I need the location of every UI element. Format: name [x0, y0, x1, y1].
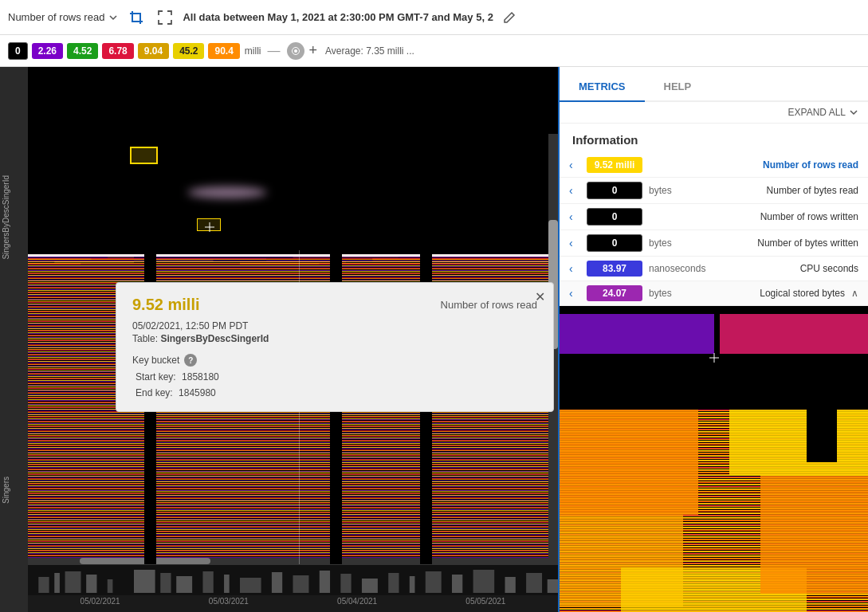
svg-rect-41: [240, 578, 261, 593]
tooltip-close-btn[interactable]: ✕: [535, 289, 545, 304]
svg-rect-36: [134, 570, 155, 593]
svg-point-0: [294, 49, 297, 53]
svg-marker-55: [560, 370, 846, 410]
y-axis: SingersByDescSingerId Singers: [0, 67, 28, 612]
legend-settings-icon[interactable]: [287, 42, 304, 60]
legend-chip: 45.2: [173, 43, 204, 59]
logical-unit: bytes: [649, 288, 697, 299]
metric-value-badge-4: 83.97: [587, 261, 642, 277]
metric-row: ‹83.97nanosecondsCPU seconds: [560, 257, 868, 281]
orange-block-3: [760, 476, 868, 594]
tooltip-popup: ✕ 9.52 milli Number of rows read 05/02/2…: [116, 282, 554, 412]
svg-rect-42: [272, 572, 282, 593]
svg-rect-34: [86, 575, 96, 593]
metric-chevron-1[interactable]: ‹: [569, 184, 580, 197]
blur-indicator: [187, 186, 267, 198]
legend-chip: 4.52: [67, 43, 98, 59]
svg-rect-31: [38, 577, 49, 593]
tooltip-table: Table: SingersByDescSingerId: [132, 333, 537, 344]
logical-value-badge: 24.07: [587, 285, 642, 301]
metric-chevron-0[interactable]: ‹: [569, 159, 580, 171]
right-chart-bottom: [560, 410, 868, 612]
svg-rect-33: [65, 571, 81, 593]
metric-row: ‹0bytesNumber of bytes written: [560, 230, 868, 257]
chevron-down-icon: [849, 108, 858, 117]
color-legend: 02.264.526.789.0445.290.4milli — + Avera…: [0, 35, 868, 67]
metric-chevron-4[interactable]: ‹: [569, 262, 580, 275]
expand-tool-btn[interactable]: [154, 6, 176, 29]
svg-rect-37: [160, 573, 171, 593]
right-crosshair: [709, 353, 719, 363]
right-toolbar: EXPAND ALL: [560, 102, 868, 124]
expand-icon: [158, 10, 172, 25]
legend-plus-btn[interactable]: +: [309, 42, 318, 59]
metric-value-badge-3: 0: [587, 234, 642, 252]
key-bucket-label: Key bucket: [132, 355, 179, 366]
legend-unit: milli: [245, 45, 261, 57]
metric-row: ‹0Number of rows written: [560, 204, 868, 230]
logical-expand-icon[interactable]: ∧: [851, 288, 858, 299]
y-label-singers: Singers: [0, 473, 28, 507]
metric-name-3: Number of bytes written: [703, 237, 858, 249]
logical-stored-row: ‹ 24.07 bytes Logical stored bytes ∧: [560, 281, 868, 306]
metric-value-badge-2: 0: [587, 208, 642, 226]
yellow-block-1: [729, 410, 868, 476]
selection-indicator: [130, 147, 158, 164]
metric-selector[interactable]: Number of rows read: [8, 11, 119, 23]
scrollbar-h-track[interactable]: [28, 558, 548, 564]
right-panel: METRICS HELP EXPAND ALL Information ‹9.5…: [558, 67, 868, 612]
svg-rect-40: [224, 575, 230, 593]
metric-row: ‹0bytesNumber of bytes read: [560, 178, 868, 204]
chart-panel[interactable]: SingersByDescSingerId Singers: [0, 67, 558, 612]
date-range-text: All data between May 1, 2021 at 2:30:00 …: [183, 11, 493, 23]
svg-rect-32: [54, 573, 60, 593]
legend-chip: 90.4: [208, 43, 239, 59]
logical-chevron[interactable]: ‹: [569, 287, 580, 300]
svg-rect-44: [320, 571, 330, 593]
right-heatmap-chart[interactable]: [560, 306, 868, 612]
metric-rows: ‹9.52 milliNumber of rows read‹0bytesNum…: [560, 153, 868, 281]
metric-chevron-3[interactable]: ‹: [569, 237, 580, 249]
svg-rect-38: [176, 576, 192, 593]
svg-rect-54: [548, 579, 558, 593]
expand-all-btn[interactable]: EXPAND ALL: [788, 107, 858, 118]
right-tabs: METRICS HELP: [560, 67, 868, 102]
average-text: Average: 7.35 milli ...: [325, 45, 414, 57]
tab-help[interactable]: HELP: [645, 73, 711, 102]
crosshair-cursor: [205, 222, 214, 232]
metric-unit-3: bytes: [649, 237, 697, 249]
black-void: [807, 410, 838, 462]
svg-rect-43: [293, 575, 309, 593]
svg-rect-39: [202, 571, 213, 593]
chevron-down-icon: [108, 12, 119, 23]
svg-rect-53: [526, 573, 542, 593]
svg-rect-47: [388, 573, 399, 593]
metric-selector-label: Number of rows read: [8, 11, 104, 23]
svg-rect-45: [340, 574, 351, 593]
mini-chart-svg: [28, 565, 558, 595]
legend-chip: 9.04: [138, 43, 169, 59]
svg-rect-46: [362, 579, 378, 593]
svg-rect-48: [410, 576, 415, 593]
metric-name-1: Number of bytes read: [703, 185, 858, 196]
toolbar: Number of rows read All data between May…: [0, 0, 868, 35]
tab-metrics[interactable]: METRICS: [560, 73, 645, 102]
help-icon[interactable]: ?: [184, 354, 197, 367]
metric-row: ‹9.52 milliNumber of rows read: [560, 153, 868, 178]
info-title: Information: [560, 130, 868, 153]
svg-rect-50: [452, 575, 462, 593]
legend-separator: —: [266, 44, 282, 58]
edit-icon[interactable]: [503, 11, 516, 24]
crop-tool-btn[interactable]: [125, 6, 147, 29]
svg-rect-49: [426, 571, 442, 593]
svg-rect-51: [473, 570, 495, 593]
metric-name-2: Number of rows written: [703, 211, 858, 222]
legend-chip: 2.26: [32, 43, 63, 59]
mini-chart-dates: 05/02/2021 05/03/2021 05/04/2021 05/05/2…: [28, 595, 558, 607]
metric-chevron-2[interactable]: ‹: [569, 210, 580, 223]
metric-unit-4: nanoseconds: [649, 263, 705, 274]
end-key: End key: 1845980: [132, 387, 537, 398]
mini-chart[interactable]: 05/02/2021 05/03/2021 05/04/2021 05/05/2…: [28, 564, 558, 612]
metric-name-0: Number of rows read: [703, 159, 858, 171]
tooltip-metric-name: Number of rows read: [441, 299, 537, 311]
